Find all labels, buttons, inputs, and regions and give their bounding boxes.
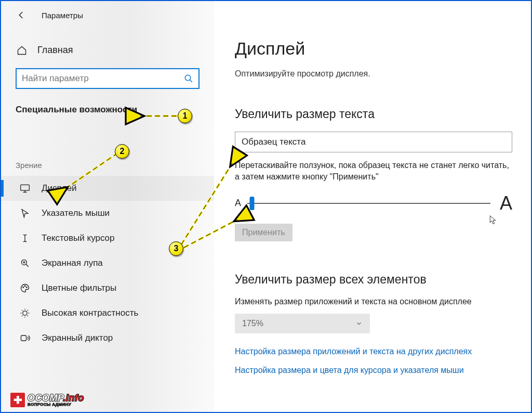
sample-text-box: Образец текста	[235, 132, 512, 152]
scale-dropdown[interactable]: 175%	[235, 314, 370, 333]
palette-icon	[20, 283, 30, 293]
magnifier-icon	[20, 258, 30, 268]
sidebar-item-label: Экранная лупа	[42, 258, 103, 268]
svg-point-4	[24, 286, 25, 287]
watermark: ✚ OCOMP.info ВОПРОСЫ АДМИНУ	[10, 392, 84, 408]
slider-thumb[interactable]	[250, 197, 255, 210]
annotation-badge-2: 2	[115, 144, 129, 159]
page-subtitle: Оптимизируйте просмотр дисплея.	[235, 69, 512, 79]
search-icon	[184, 74, 193, 83]
sidebar-item-label: Указатель мыши	[42, 208, 110, 218]
settings-window: Параметры Главная Специальные возможност…	[0, 0, 532, 413]
page-title: Дисплей	[235, 38, 512, 59]
slider-track	[247, 203, 490, 204]
svg-line-11	[64, 153, 118, 189]
annotation-badge-1: 1	[178, 109, 192, 123]
search-input[interactable]	[22, 73, 184, 84]
slider-hint: Перетаскивайте ползунок, пока образец те…	[235, 160, 512, 183]
svg-point-6	[23, 311, 27, 315]
monitor-icon	[20, 183, 30, 193]
svg-rect-7	[21, 335, 26, 341]
svg-point-0	[185, 75, 191, 81]
text-cursor-icon	[20, 233, 30, 243]
sidebar-item-label: Текстовый курсор	[42, 233, 115, 243]
home-nav[interactable]: Главная	[1, 20, 214, 56]
svg-point-3	[23, 287, 24, 288]
mouse-pointer-icon	[489, 215, 497, 225]
watermark-brand: OCOMP.info	[28, 393, 84, 403]
link-cursor-settings[interactable]: Настройка размера и цвета для курсора и …	[235, 366, 512, 375]
text-size-slider[interactable]	[247, 197, 490, 210]
annotation-arrow-3b	[183, 212, 245, 249]
contrast-icon	[20, 308, 30, 318]
section-title-text-size: Увеличить размер текста	[235, 107, 512, 121]
sidebar-item-high-contrast[interactable]: Высокая контрастность	[1, 301, 214, 326]
sidebar-item-color-filters[interactable]: Цветные фильтры	[1, 276, 214, 301]
scale-value: 175%	[242, 319, 263, 328]
svg-line-15	[184, 220, 237, 248]
annotation-badge-3: 3	[169, 241, 183, 256]
sidebar-item-label: Высокая контрастность	[42, 308, 138, 318]
section-title-scale: Увеличить размер всех элементов	[235, 273, 512, 287]
home-icon	[17, 45, 27, 56]
chevron-down-icon	[355, 320, 363, 327]
sidebar-item-narrator[interactable]: Экранный диктор	[1, 326, 214, 351]
scale-description: Изменять размер приложений и текста на о…	[235, 297, 512, 306]
window-title: Параметры	[42, 11, 83, 20]
svg-point-5	[26, 287, 28, 288]
search-box[interactable]	[16, 68, 200, 89]
sidebar-item-label: Цветные фильтры	[42, 283, 116, 293]
right-panel: Дисплей Оптимизируйте просмотр дисплея. …	[214, 1, 532, 412]
cursor-icon	[20, 208, 30, 218]
sidebar-item-magnifier[interactable]: Экранная лупа	[1, 251, 214, 276]
home-label: Главная	[37, 45, 73, 56]
narrator-icon	[20, 333, 30, 343]
slider-label-big: A	[500, 192, 512, 214]
watermark-sub: ВОПРОСЫ АДМИНУ	[28, 403, 84, 407]
watermark-badge: ✚	[10, 392, 25, 408]
sidebar-item-label: Экранный диктор	[42, 333, 113, 343]
annotation-arrow-1	[136, 108, 178, 124]
svg-rect-1	[21, 185, 30, 190]
link-other-displays[interactable]: Настройка размера приложений и текста на…	[235, 347, 512, 356]
back-icon[interactable]	[17, 10, 26, 20]
